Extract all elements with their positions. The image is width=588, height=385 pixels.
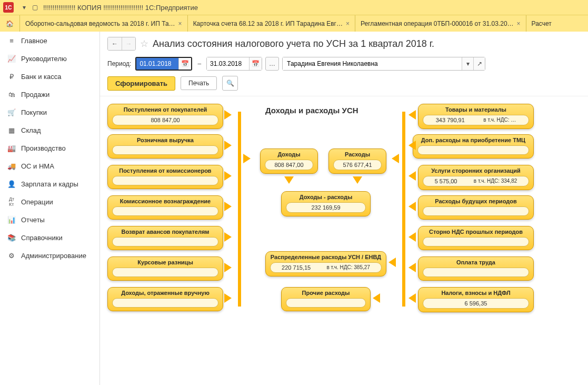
node-value: 808 847,00 <box>112 115 218 125</box>
arrow-icon <box>408 202 416 211</box>
arrow-icon <box>224 232 232 242</box>
window-controls: ▾ ▢ <box>20 3 39 12</box>
open-icon[interactable]: ↗ <box>473 57 485 70</box>
node-value <box>423 268 529 277</box>
diagram-area: Доходы и расходы УСН Поступления от поку… <box>100 96 588 385</box>
sidebar-item-label: Покупки <box>21 108 47 116</box>
node-value <box>112 206 218 216</box>
close-icon[interactable]: × <box>517 20 521 27</box>
app-logo-icon: 1C <box>3 2 14 13</box>
node-incomes[interactable]: Доходы 808 847,00 <box>260 149 318 174</box>
node-left-6[interactable]: Доходы, отраженные вручную <box>107 287 223 311</box>
org-field[interactable]: ▾ ↗ <box>282 57 485 71</box>
close-icon[interactable]: × <box>346 20 350 27</box>
sidebar-item-manager[interactable]: 📈Руководителю <box>0 50 99 67</box>
tab-osv[interactable]: Оборотно-сальдовая ведомость за 2018 г. … <box>20 15 188 32</box>
period-label: Период: <box>107 60 131 67</box>
connector <box>238 112 241 307</box>
node-value: 232 169,59 <box>286 202 366 213</box>
form-button[interactable]: Сформировать <box>107 76 175 91</box>
node-right-4[interactable]: Сторно НДС прошлых периодов <box>418 226 534 250</box>
org-input[interactable] <box>283 57 462 70</box>
sidebar-item-refs[interactable]: 📚Справочники <box>0 229 99 246</box>
sidebar-item-label: Операции <box>21 198 53 206</box>
sidebar-item-purchases[interactable]: 🛒Покупки <box>0 103 99 121</box>
search-list-button[interactable]: 🔍 <box>222 76 238 91</box>
node-left-2[interactable]: Поступления от комиссионеров <box>107 165 223 189</box>
node-value <box>112 145 218 155</box>
arrow-icon <box>408 141 416 150</box>
period-select-button[interactable]: … <box>265 57 279 71</box>
node-dist[interactable]: Распределенные расходы УСН / ЕНВД 220 71… <box>265 251 386 277</box>
node-title: Доходы <box>261 149 317 159</box>
calendar-icon[interactable]: 📅 <box>178 58 191 70</box>
sidebar-item-production[interactable]: 🏭Производство <box>0 139 99 157</box>
sidebar-item-main[interactable]: ≡Главное <box>0 32 99 50</box>
home-icon: 🏠 <box>6 20 14 27</box>
node-left-0[interactable]: Поступления от покупателей 808 847,00 <box>107 104 223 129</box>
node-right-6[interactable]: Налоги, взносы и НДФЛ 6 596,35 <box>418 287 534 312</box>
node-left-4[interactable]: Возврат авансов покупателям <box>107 226 223 250</box>
window-dropdown-icon[interactable]: ▾ <box>20 3 28 12</box>
sidebar-item-reports[interactable]: 📊Отчеты <box>0 211 99 229</box>
node-title: Услуги сторонних организаций <box>418 165 533 175</box>
sidebar-item-salary[interactable]: 👤Зарплата и кадры <box>0 175 99 193</box>
calendar-icon[interactable]: 📅 <box>249 57 262 70</box>
node-other[interactable]: Прочие расходы <box>281 287 371 311</box>
content-area: ← → ☆ Анализ состояния налогового учета … <box>100 32 588 385</box>
arrow-icon <box>408 110 416 120</box>
node-left-5[interactable]: Курсовые разницы <box>107 256 223 281</box>
cart-icon: 🛒 <box>7 108 16 116</box>
action-toolbar: Сформировать Печать 🔍 <box>100 74 588 96</box>
period-toolbar: Период: 📅 – 📅 … ▾ ↗ <box>100 54 588 74</box>
date-to-field[interactable]: 📅 <box>206 57 262 71</box>
date-from-field[interactable]: 📅 <box>135 57 192 71</box>
print-button[interactable]: Печать <box>181 76 217 90</box>
arrow-icon <box>224 263 232 272</box>
node-title: Товары и материалы <box>418 104 533 114</box>
node-title: Поступления от комиссионеров <box>108 165 223 175</box>
node-left-1[interactable]: Розничная выручка <box>107 134 223 159</box>
home-tab[interactable]: 🏠 <box>0 15 20 32</box>
node-left-3[interactable]: Комиссионное вознаграждение <box>107 195 223 220</box>
nav-back-button[interactable]: ← <box>108 37 122 50</box>
title-bar: 1C ▾ ▢ !!!!!!!!!!!!!!!!! КОПИЯ !!!!!!!!!… <box>0 0 588 15</box>
node-right-0[interactable]: Товары и материалы 343 790,91в т.ч. НДС:… <box>418 104 534 129</box>
date-to-input[interactable] <box>207 57 249 70</box>
sidebar-item-warehouse[interactable]: ▦Склад <box>0 121 99 139</box>
sidebar-item-operations[interactable]: ДтКтОперации <box>0 193 99 211</box>
window-collapse-icon[interactable]: ▢ <box>31 3 39 12</box>
node-expenses[interactable]: Расходы 576 677,41 <box>328 149 386 174</box>
node-value <box>112 237 218 246</box>
node-value <box>112 268 218 277</box>
node-title: Расходы <box>329 149 386 159</box>
node-diff[interactable]: Доходы - расходы 232 169,59 <box>281 191 371 216</box>
date-from-input[interactable] <box>136 58 178 70</box>
dash: – <box>197 60 201 67</box>
tab-calc[interactable]: Расчет <box>526 15 557 32</box>
dropdown-icon[interactable]: ▾ <box>462 57 473 70</box>
node-value: 343 790,91в т.ч. НДС: … <box>423 115 529 125</box>
sidebar-item-sales[interactable]: 🛍Продажи <box>0 85 99 103</box>
tab-label: Карточка счета 68.12 за 2018 г. ИП Тарад… <box>193 20 343 27</box>
node-right-2[interactable]: Услуги сторонних организаций 5 575,00в т… <box>418 165 534 190</box>
nav-forward-button[interactable]: → <box>122 37 135 50</box>
arrow-icon <box>408 263 416 272</box>
tab-regop[interactable]: Регламентная операция 0ТБП-000016 от 31.… <box>355 15 526 32</box>
node-value <box>286 298 366 308</box>
tab-label: Расчет <box>532 20 552 27</box>
close-icon[interactable]: × <box>178 20 182 27</box>
sidebar-item-admin[interactable]: ⚙Администрирование <box>0 246 99 264</box>
node-right-5[interactable]: Оплата труда <box>418 256 534 281</box>
arrow-icon <box>388 258 396 267</box>
node-right-3[interactable]: Расходы будущих периодов <box>418 195 534 220</box>
sidebar-item-bank[interactable]: ₽Банк и касса <box>0 67 99 85</box>
favorite-star-icon[interactable]: ☆ <box>140 38 148 50</box>
node-value: 6 596,35 <box>423 298 529 309</box>
tab-card[interactable]: Карточка счета 68.12 за 2018 г. ИП Тарад… <box>188 15 355 32</box>
node-value: 576 677,41 <box>333 160 382 170</box>
arrow-icon <box>224 293 232 303</box>
node-right-1[interactable]: Доп. расходы на приобретение ТМЦ <box>413 134 534 159</box>
sidebar-item-os[interactable]: 🚚ОС и НМА <box>0 157 99 175</box>
node-value <box>423 206 529 216</box>
